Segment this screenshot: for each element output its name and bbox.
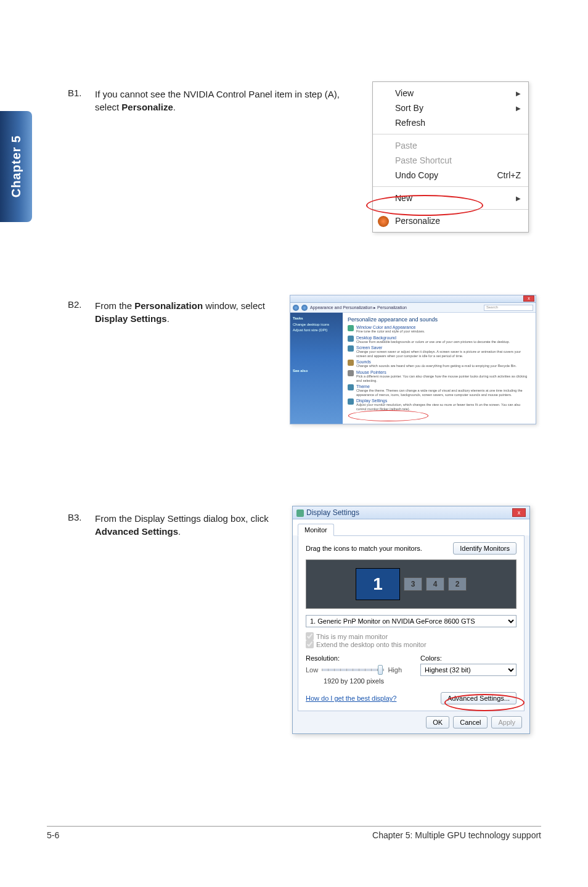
slider-thumb[interactable]	[378, 665, 383, 675]
content-header: Personalize appearance and sounds	[348, 316, 531, 323]
page-chapter-title: Chapter 5: Multiple GPU technology suppo…	[372, 830, 541, 840]
monitor-select[interactable]: 1. Generic PnP Monitor on NVIDIA GeForce…	[306, 615, 517, 627]
item-window-color[interactable]: Window Color and AppearanceFine tune the…	[348, 325, 531, 334]
colors-select[interactable]: Highest (32 bit)	[420, 664, 517, 676]
menu-personalize[interactable]: Personalize	[373, 213, 528, 228]
close-button[interactable]: x	[512, 508, 526, 517]
menu-undo-copy[interactable]: Undo CopyCtrl+Z	[373, 168, 528, 183]
sidebar-see-also: See also	[293, 369, 340, 373]
item-sounds[interactable]: SoundsChange which sounds are heard when…	[348, 360, 531, 368]
ok-button[interactable]: OK	[426, 716, 449, 728]
tasks-sidebar: Tasks Change desktop icons Adjust font s…	[290, 313, 343, 424]
item-desktop-background[interactable]: Desktop BackgroundChoose from available …	[348, 336, 531, 344]
menu-sort-by[interactable]: Sort By▶	[373, 101, 528, 115]
slider-low-label: Low	[306, 666, 318, 674]
monitor-4[interactable]: 4	[426, 577, 444, 591]
menu-paste: Paste	[373, 138, 528, 153]
colors-label: Colors:	[420, 654, 517, 662]
sidebar-link-desktop-icons[interactable]: Change desktop icons	[293, 323, 340, 326]
item-display-settings[interactable]: Display SettingsAdjust your monitor reso…	[348, 398, 531, 411]
search-input[interactable]: Search	[484, 305, 533, 311]
checkbox-extend-desktop-input	[306, 640, 314, 648]
resolution-value: 1920 by 1200 pixels	[306, 677, 402, 685]
step-b2: B2. From the Personalization window, sel…	[68, 299, 292, 325]
item-screen-saver[interactable]: Screen SaverChange your screen saver or …	[348, 345, 531, 358]
chapter-tab-label: Chapter 5	[9, 135, 23, 197]
apply-button: Apply	[491, 716, 522, 728]
sidebar-heading: Tasks	[293, 316, 340, 320]
tab-bar: Monitor	[293, 519, 529, 535]
mouse-pointers-icon	[348, 370, 354, 376]
menu-shortcut: Ctrl+Z	[497, 170, 521, 180]
advanced-settings-button[interactable]: Advanced Settings...	[441, 692, 517, 704]
display-settings-dialog: Display Settings x Monitor Drag the icon…	[292, 506, 530, 734]
help-link[interactable]: How do I get the best display?	[306, 695, 396, 702]
monitor-panel: Drag the icons to match your monitors. I…	[298, 535, 525, 711]
monitor-preview[interactable]: 1 3 4 2	[306, 559, 517, 609]
checkbox-main-monitor: This is my main monitor	[306, 632, 517, 640]
desktop-context-menu: View▶ Sort By▶ Refresh Paste Paste Short…	[372, 81, 529, 233]
step-b1-text: If you cannot see the NVIDIA Control Pan…	[95, 88, 354, 113]
menu-paste-shortcut: Paste Shortcut	[373, 153, 528, 168]
step-b1-number: B1.	[68, 88, 95, 113]
monitor-2[interactable]: 2	[448, 577, 467, 591]
step-b3: B3. From the Display Settings dialog box…	[68, 512, 292, 538]
item-theme[interactable]: ThemeChange the theme. Themes can change…	[348, 384, 531, 397]
slider-high-label: High	[388, 666, 402, 674]
cancel-button[interactable]: Cancel	[453, 716, 488, 728]
display-settings-icon	[348, 398, 354, 405]
submenu-arrow-icon: ▶	[516, 90, 521, 97]
page-footer: 5-6 Chapter 5: Multiple GPU technology s…	[47, 826, 541, 840]
drag-instruction: Drag the icons to match your monitors.	[306, 545, 422, 552]
theme-icon	[348, 384, 354, 390]
submenu-arrow-icon: ▶	[516, 195, 521, 202]
tab-monitor[interactable]: Monitor	[298, 524, 334, 536]
step-b3-number: B3.	[68, 512, 95, 538]
sidebar-link-font-size[interactable]: Adjust font size (DPI)	[293, 328, 340, 332]
nav-forward-icon[interactable]	[301, 305, 308, 311]
nav-back-icon[interactable]	[293, 305, 299, 311]
close-button[interactable]: x	[523, 295, 534, 302]
window-color-icon	[348, 325, 354, 331]
chapter-tab: Chapter 5	[0, 111, 32, 222]
personalization-window: x Appearance and Personalization ▸ Perso…	[290, 295, 536, 424]
breadcrumb[interactable]: Appearance and Personalization ▸ Persona…	[310, 305, 407, 310]
menu-new[interactable]: New▶	[373, 191, 528, 205]
screen-saver-icon	[348, 345, 354, 352]
identify-monitors-button[interactable]: Identify Monitors	[453, 542, 517, 555]
item-mouse-pointers[interactable]: Mouse PointersPick a different mouse poi…	[348, 370, 531, 382]
address-bar: Appearance and Personalization ▸ Persona…	[290, 303, 536, 313]
checkbox-extend-desktop: Extend the desktop onto this monitor	[306, 640, 517, 648]
submenu-arrow-icon: ▶	[516, 105, 521, 112]
monitor-1[interactable]: 1	[356, 568, 400, 600]
step-b3-text: From the Display Settings dialog box, cl…	[95, 512, 292, 538]
step-b2-number: B2.	[68, 299, 95, 325]
sounds-icon	[348, 360, 354, 366]
menu-view[interactable]: View▶	[373, 86, 528, 101]
dialog-title: Display Settings	[306, 508, 359, 517]
step-b1: B1. If you cannot see the NVIDIA Control…	[68, 88, 354, 113]
dialog-titlebar: Display Settings x	[293, 506, 529, 519]
personalization-content: Personalize appearance and sounds Window…	[343, 313, 536, 424]
menu-refresh[interactable]: Refresh	[373, 115, 528, 130]
resolution-slider[interactable]: Low High	[306, 664, 402, 676]
window-titlebar: x	[290, 295, 536, 303]
resolution-label: Resolution:	[306, 654, 402, 662]
page-number: 5-6	[47, 830, 59, 840]
display-settings-title-icon	[296, 510, 304, 517]
step-b2-text: From the Personalization window, select …	[95, 299, 292, 325]
desktop-background-icon	[348, 336, 354, 342]
personalize-icon	[378, 216, 389, 227]
checkbox-main-monitor-input	[306, 632, 314, 640]
monitor-3[interactable]: 3	[404, 577, 422, 591]
